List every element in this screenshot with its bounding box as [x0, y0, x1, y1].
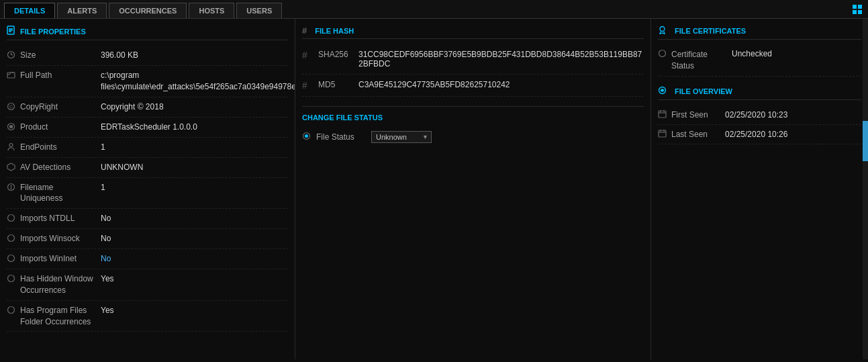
- endpoints-label: EndPoints: [20, 142, 101, 153]
- first-seen-label: First Seen: [671, 110, 725, 120]
- file-overview-title: FILE OVERVIEW: [675, 87, 732, 95]
- hidden-window-icon: [7, 274, 20, 285]
- prop-copyright: © CopyRight Copyright © 2018: [7, 97, 288, 118]
- sha256-hash-icon: #: [302, 50, 318, 60]
- copyright-label: CopyRight: [20, 101, 101, 113]
- svg-rect-1: [858, 5, 862, 9]
- ntdll-label: Imports NTDLL: [20, 213, 101, 224]
- svg-rect-30: [659, 111, 666, 118]
- svg-point-16: [9, 143, 13, 146]
- last-seen-icon: [658, 129, 671, 140]
- prop-ntdll: Imports NTDLL No: [7, 209, 288, 229]
- last-seen-label: Last Seen: [671, 130, 725, 139]
- scrollbar[interactable]: [863, 19, 868, 359]
- panel-left: FILE PROPERTIES Size 396.00 KB: [0, 19, 295, 359]
- uniqueness-label: FilenameUniqueness: [20, 182, 101, 205]
- panel-middle: # FILE HASH # SHA256 31CC98CEDF6956BBF37…: [295, 19, 651, 359]
- uniqueness-icon: [7, 183, 20, 193]
- ntdll-value: No: [101, 213, 288, 224]
- tab-hosts[interactable]: HOSTS: [189, 3, 234, 18]
- hidden-window-label: Has Hidden WindowOccurrences: [20, 273, 101, 296]
- svg-rect-34: [659, 130, 666, 137]
- tab-occurrences[interactable]: OCCURRENCES: [109, 3, 187, 18]
- size-label: Size: [20, 50, 101, 61]
- product-value: EDRTaskScheduler 1.0.0.0: [101, 122, 288, 133]
- file-status-select[interactable]: Unknown Trusted Malicious: [371, 131, 432, 143]
- av-icon: [7, 163, 20, 173]
- main-content: FILE PROPERTIES Size 396.00 KB: [0, 19, 868, 359]
- md5-label: MD5: [318, 80, 358, 89]
- winsock-value: No: [101, 233, 288, 244]
- prop-filename-uniqueness: FilenameUniqueness 1: [7, 178, 288, 210]
- program-files-icon: [7, 306, 20, 316]
- svg-point-25: [305, 134, 308, 138]
- file-certificates-title: FILE CERTIFICATES: [675, 27, 746, 35]
- product-icon: [7, 122, 20, 133]
- svg-point-26: [660, 27, 665, 32]
- scrollbar-thumb[interactable]: [863, 121, 868, 161]
- hash-md5-row: # MD5 C3A9E45129C47735AB5FD82625710242: [302, 75, 644, 97]
- svg-point-21: [8, 255, 15, 262]
- svg-rect-3: [858, 10, 862, 14]
- prop-full-path: Full Path c:\program files\cymulate\edr_…: [7, 66, 288, 97]
- panel-right: FILE CERTIFICATES Certificate Status Unc…: [651, 19, 868, 359]
- prop-hidden-window: Has Hidden WindowOccurrences Yes: [7, 269, 288, 301]
- change-file-status-section: CHANGE FILE STATUS File Status Unknown T…: [302, 106, 644, 147]
- svg-rect-2: [853, 10, 857, 14]
- svg-point-23: [8, 306, 15, 313]
- first-seen-icon: [658, 109, 671, 120]
- svg-point-27: [659, 50, 666, 57]
- first-seen-value: 02/25/2020 10:23: [725, 110, 787, 120]
- wininet-label: Imports WinInet: [20, 253, 101, 265]
- prop-wininet: Imports WinInet No: [7, 249, 288, 269]
- endpoints-icon: [7, 142, 20, 153]
- prop-endpoints: EndPoints 1: [7, 138, 288, 158]
- last-seen-value: 02/25/2020 10:26: [725, 130, 787, 139]
- certificates-icon: [658, 26, 667, 36]
- md5-value: C3A9E45129C47735AB5FD82625710242: [358, 80, 644, 89]
- prop-winsock: Imports Winsock No: [7, 229, 288, 249]
- winsock-label: Imports Winsock: [20, 233, 101, 244]
- svg-point-22: [8, 275, 15, 282]
- file-status-row: File Status Unknown Trusted Malicious: [302, 127, 644, 147]
- file-certificates-header: FILE CERTIFICATES: [658, 26, 861, 40]
- prop-av-detections: AV Detections UNKNOWN: [7, 158, 288, 178]
- hidden-window-value: Yes: [101, 273, 288, 285]
- svg-text:©: ©: [9, 105, 13, 109]
- path-value: c:\program files\cymulate\edr_attacks\5e…: [101, 70, 295, 93]
- svg-point-15: [10, 125, 13, 128]
- hash-sha256-row: # SHA256 31CC98CEDF6956BBF3769E5B9BDB25F…: [302, 44, 644, 75]
- change-status-title: CHANGE FILE STATUS: [302, 106, 644, 127]
- file-status-radio: [302, 132, 311, 142]
- winsock-icon: [7, 234, 20, 244]
- tab-alerts[interactable]: ALERTS: [57, 3, 107, 18]
- file-overview-header: FILE OVERVIEW: [658, 86, 861, 100]
- tab-users[interactable]: USERS: [236, 3, 282, 18]
- file-properties-header: FILE PROPERTIES: [7, 26, 288, 40]
- file-properties-icon: [7, 26, 16, 37]
- file-hash-header: # FILE HASH: [302, 26, 644, 39]
- file-status-select-wrapper[interactable]: Unknown Trusted Malicious: [371, 131, 432, 143]
- size-icon: [7, 50, 20, 61]
- sha256-value: 31CC98CEDF6956BBF3769E5B9BDB25F431DBD8D3…: [358, 50, 644, 69]
- cert-status-icon: [658, 49, 671, 60]
- product-label: Product: [20, 122, 101, 133]
- wininet-icon: [7, 254, 20, 265]
- size-value: 396.00 KB: [101, 50, 288, 61]
- path-icon: [7, 71, 20, 81]
- copyright-icon: ©: [7, 102, 20, 113]
- tab-bar: DETAILS ALERTS OCCURRENCES HOSTS USERS: [0, 0, 868, 19]
- prop-size: Size 396.00 KB: [7, 46, 288, 66]
- last-seen-row: Last Seen 02/25/2020 10:26: [658, 125, 861, 144]
- program-files-label: Has Program FilesFolder Occurrences: [20, 305, 101, 328]
- tab-details[interactable]: DETAILS: [4, 3, 55, 18]
- prop-product: Product EDRTaskScheduler 1.0.0.0: [7, 118, 288, 138]
- svg-point-19: [8, 215, 15, 222]
- file-properties-title: FILE PROPERTIES: [20, 28, 86, 36]
- svg-point-20: [8, 235, 15, 242]
- first-seen-row: First Seen 02/25/2020 10:23: [658, 105, 861, 125]
- av-label: AV Detections: [20, 162, 101, 173]
- cert-status-row: Certificate Status Unchecked: [658, 45, 861, 77]
- program-files-value: Yes: [101, 305, 288, 316]
- uniqueness-value: 1: [101, 182, 288, 193]
